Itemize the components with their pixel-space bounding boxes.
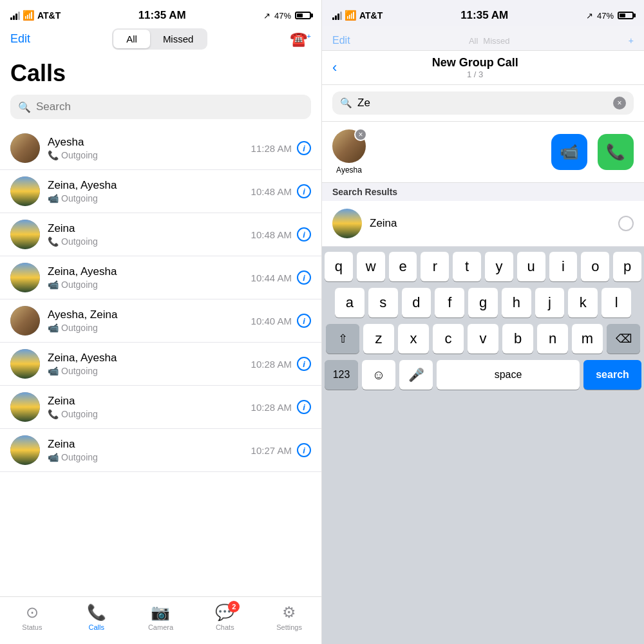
tab-camera[interactable]: 📷 Camera [141,603,180,631]
signal-icon-right [332,12,342,20]
edit-button[interactable]: Edit [10,32,30,46]
phone-icon-small: 📞 [48,236,59,247]
call-name: Zeina, Ayesha [48,265,243,278]
call-info-4: Zeina, Ayesha 📹 Outgoing [48,265,243,290]
video-icon-small: 📹 [48,366,59,376]
key-e[interactable]: e [389,252,417,281]
key-m[interactable]: m [572,324,603,354]
info-button[interactable]: i [297,270,311,285]
avatar-ayesha-1 [10,133,40,163]
info-button[interactable]: i [297,400,311,414]
info-button[interactable]: i [297,314,311,328]
call-item-2: Zeina, Ayesha 📹 Outgoing 10:48 AM i [0,170,321,213]
video-icon-small: 📹 [48,193,59,204]
key-f[interactable]: f [435,288,464,317]
phone-icon-small: 📞 [48,409,59,419]
tab-chats-label: Chats [216,623,234,631]
key-y[interactable]: y [485,252,513,281]
search-results-header: Search Results [322,183,644,201]
call-name: Zeina, Ayesha [48,352,243,365]
tab-calls-label: Calls [88,623,104,631]
key-h[interactable]: h [502,288,531,317]
key-r[interactable]: r [421,252,449,281]
key-j[interactable]: j [535,288,565,317]
clear-search-button[interactable]: × [613,97,626,109]
call-item-7: Zeina 📞 Outgoing 10:28 AM i [0,386,321,429]
call-type: 📹 Outgoing [48,323,243,333]
select-radio-zeina[interactable] [618,216,634,231]
search-input[interactable] [36,100,303,113]
emoji-key[interactable]: ☺ [362,360,395,390]
group-search-input[interactable] [357,97,608,109]
delete-key[interactable]: ⌫ [607,324,640,354]
shift-key[interactable]: ⇧ [326,324,359,354]
key-p[interactable]: p [613,252,641,281]
call-info-7: Zeina 📞 Outgoing [48,395,243,419]
call-time: 10:28 AM [251,359,292,370]
space-key[interactable]: space [437,360,580,390]
blur-add: + [629,35,634,46]
segment-all[interactable]: All [113,30,150,48]
key-u[interactable]: u [517,252,545,281]
back-button[interactable]: ‹ [332,59,337,76]
call-name: Ayesha [48,136,243,149]
key-l[interactable]: l [601,288,631,317]
call-name: Zeina [48,222,243,235]
info-button[interactable]: i [297,357,311,371]
key-s[interactable]: s [368,288,398,317]
tab-status[interactable]: ⊙ Status [13,603,52,631]
info-button[interactable]: i [297,141,311,155]
call-name: Zeina [48,438,243,451]
key-o[interactable]: o [581,252,609,281]
segment-missed[interactable]: Missed [150,30,207,48]
selected-avatar-wrap: × [332,129,366,163]
video-icon-small: 📹 [48,452,59,462]
call-type: 📹 Outgoing [48,279,243,290]
key-i[interactable]: i [549,252,578,281]
call-meta-4: 10:44 AM i [251,270,311,285]
keyboard-row-3: ⇧ z x c v b n m ⌫ [325,324,641,354]
call-time: 10:28 AM [251,402,292,413]
numbers-key[interactable]: 123 [325,360,358,390]
wifi-icon-right: 📶 [345,10,357,21]
search-key[interactable]: search [583,360,641,390]
info-button[interactable]: i [297,184,311,198]
key-n[interactable]: n [537,324,568,354]
call-type: 📞 Outgoing [48,150,243,160]
key-z[interactable]: z [363,324,394,354]
blur-edit: Edit [332,35,350,46]
add-call-button[interactable]: ☎️+ [290,31,311,48]
video-call-button[interactable]: 📹 [551,134,587,170]
result-item-zeina[interactable]: Zeina [322,201,644,247]
result-avatar-zeina [332,209,362,238]
nav-title-area: New Group Call 1 / 3 [342,56,608,79]
key-v[interactable]: v [468,324,498,354]
audio-call-button[interactable]: 📞 [598,134,634,170]
call-meta-8: 10:27 AM i [251,443,311,457]
key-d[interactable]: d [402,288,431,317]
remove-contact-button[interactable]: × [354,128,367,141]
call-type: 📹 Outgoing [48,452,243,462]
call-type: 📞 Outgoing [48,409,243,419]
call-type: 📹 Outgoing [48,193,243,204]
search-bar: 🔍 [10,95,311,119]
key-b[interactable]: b [502,324,533,354]
call-type: 📹 Outgoing [48,366,243,376]
info-button[interactable]: i [297,443,311,457]
key-w[interactable]: w [357,252,385,281]
mic-key[interactable]: 🎤 [399,360,433,390]
key-k[interactable]: k [568,288,598,317]
tab-calls[interactable]: 📞 Calls [77,603,116,631]
tab-chats[interactable]: 💬 2 Chats [205,603,244,631]
call-meta-3: 10:48 AM i [251,227,311,242]
key-g[interactable]: g [468,288,498,317]
key-q[interactable]: q [325,252,353,281]
key-t[interactable]: t [453,252,481,281]
key-x[interactable]: x [398,324,429,354]
tab-settings[interactable]: ⚙ Settings [270,603,308,631]
key-a[interactable]: a [335,288,365,317]
calls-list: Ayesha 📞 Outgoing 11:28 AM i Zeina, Ayes… [0,127,321,596]
battery-percent-left: 47% [274,11,291,21]
key-c[interactable]: c [433,324,464,354]
info-button[interactable]: i [297,227,311,242]
